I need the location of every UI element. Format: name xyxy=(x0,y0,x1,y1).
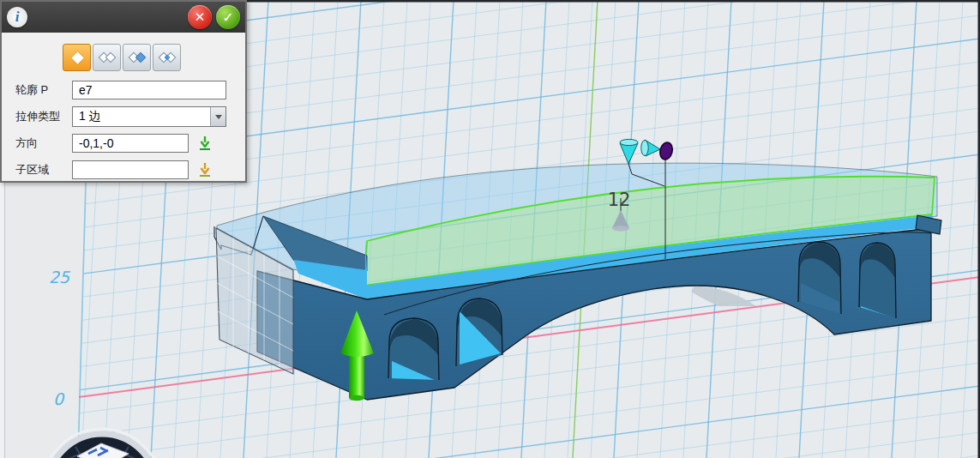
extrude-type-label: 拉伸类型 xyxy=(15,109,72,124)
diamond-icon xyxy=(68,48,87,67)
direction-label: 方向 xyxy=(15,136,72,151)
profile-label: 轮廓 P xyxy=(15,82,72,98)
profile-input[interactable] xyxy=(72,81,226,99)
confirm-button[interactable]: ✓ xyxy=(216,5,240,29)
extrude-type-select[interactable]: 1 边 xyxy=(72,106,226,127)
subregion-label: 子区域 xyxy=(15,162,72,178)
mode-extrude-double-button[interactable] xyxy=(93,44,121,71)
chevron-down-icon[interactable] xyxy=(210,107,225,126)
cancel-button[interactable]: ✕ xyxy=(188,5,212,29)
extrude-dialog: i ✕ ✓ xyxy=(0,0,247,183)
pick-arrow-icon xyxy=(196,135,213,152)
info-icon[interactable]: i xyxy=(7,7,27,27)
diamond-solid-icon xyxy=(127,50,147,65)
application-window: 25 0 12 i ✕ ✓ xyxy=(0,0,980,458)
pick-arrow-olive-icon xyxy=(196,161,213,178)
direction-pick-button[interactable] xyxy=(196,135,213,152)
mode-extrude-single-button[interactable] xyxy=(63,44,91,71)
direction-input[interactable] xyxy=(72,134,189,153)
extrude-form: 轮廓 P 拉伸类型 1 边 方向 子区域 xyxy=(2,80,245,180)
mode-extrude-center-button[interactable] xyxy=(153,44,181,71)
diamond-center-icon xyxy=(157,50,177,65)
extrude-type-value: 1 边 xyxy=(79,109,101,124)
grid-label-0: 0 xyxy=(53,389,65,408)
double-diamond-icon xyxy=(97,50,117,65)
subregion-pick-button[interactable] xyxy=(196,161,213,178)
extrude-mode-toolbar xyxy=(63,44,245,71)
mode-extrude-side-button[interactable] xyxy=(123,44,151,71)
extrude-distance-label: 12 xyxy=(608,190,631,210)
dialog-titlebar[interactable]: i ✕ ✓ xyxy=(2,2,245,33)
window-border-left xyxy=(0,183,4,458)
grid-label-25: 25 xyxy=(49,268,70,286)
subregion-input[interactable] xyxy=(72,160,189,179)
